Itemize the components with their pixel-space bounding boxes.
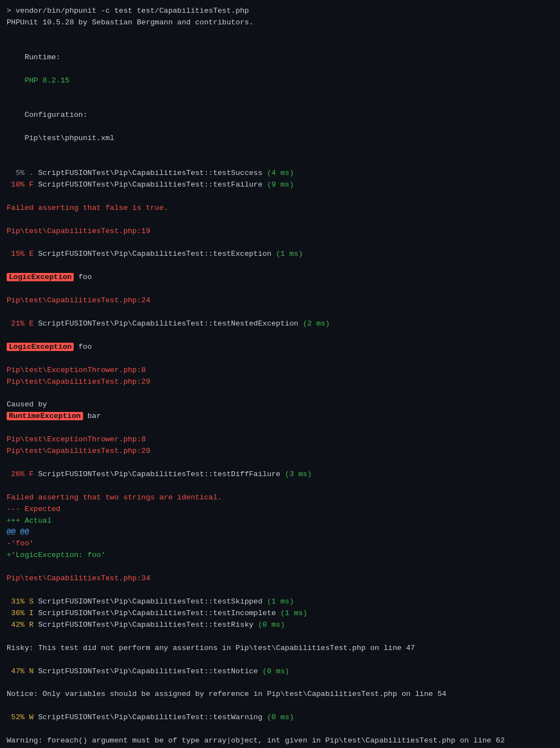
exception-message: foo: [74, 343, 91, 351]
file-reference: Pip\test\CapabilitiesTest.php:34: [7, 573, 553, 585]
output-line: [7, 353, 553, 365]
test-name: ScriptFUSIONTest\Pip\CapabilitiesTest::t…: [38, 470, 280, 478]
error-message: Failed asserting that two strings are id…: [7, 492, 553, 504]
test-name: ScriptFUSIONTest\Pip\CapabilitiesTest::t…: [38, 597, 263, 606]
output-line: [7, 283, 553, 295]
output-line: [7, 700, 553, 712]
test-time: (0 ms): [267, 713, 294, 721]
test-percent: 31% S: [7, 597, 34, 606]
runtime-label: Runtime:: [24, 53, 60, 61]
config-line: Configuration: Pip\test\phpunit.xml: [7, 98, 553, 156]
test-time: (4 ms): [267, 169, 294, 177]
test-name: ScriptFUSIONTest\Pip\CapabilitiesTest::t…: [38, 250, 271, 258]
output-line: 26% F ScriptFUSIONTest\Pip\CapabilitiesT…: [7, 469, 553, 481]
diff-minus: --- Expected: [7, 504, 553, 515]
exception-message: bar: [83, 412, 101, 420]
test-percent: 10% F: [7, 180, 34, 189]
test-time: (1 ms): [280, 609, 307, 617]
blank: [7, 29, 553, 40]
warning-message: Risky: This test did not perform any ass…: [7, 643, 553, 654]
output-lines: 5% . ScriptFUSIONTest\Pip\CapabilitiesTe…: [7, 156, 553, 748]
test-percent: 21% E: [7, 319, 34, 328]
phpunit-version: PHPUnit 10.5.28 by Sebastian Bergmann an…: [7, 17, 553, 29]
file-reference: Pip\test\ExceptionThrower.php:8: [7, 434, 553, 446]
runtime-line: Runtime: PHP 8.2.15: [7, 40, 553, 99]
output-line: [7, 388, 553, 399]
file-reference: Pip\test\CapabilitiesTest.php:29: [7, 376, 553, 388]
test-time: (9 ms): [267, 180, 294, 189]
terminal-output: > vendor/bin/phpunit -c test test/Capabi…: [7, 6, 553, 156]
command-line: > vendor/bin/phpunit -c test test/Capabi…: [7, 6, 553, 17]
diff-minus: -'foo': [7, 538, 553, 550]
runtime-spacer: [24, 65, 52, 73]
diff-plus: +'LogicException: foo': [7, 550, 553, 561]
output-line: [7, 457, 553, 469]
warning-message: Warning: foreach() argument must be of t…: [7, 735, 553, 747]
test-percent: 36% I: [7, 609, 34, 617]
output-line: 5% . ScriptFUSIONTest\Pip\CapabilitiesTe…: [7, 168, 553, 179]
test-percent: 26% F: [7, 470, 34, 478]
exception-message: foo: [74, 273, 91, 281]
runtime-value: PHP 8.2.15: [24, 76, 69, 85]
output-line: [7, 585, 553, 596]
output-line: 52% W ScriptFUSIONTest\Pip\CapabilitiesT…: [7, 712, 553, 724]
file-reference: Pip\test\CapabilitiesTest.php:24: [7, 295, 553, 307]
test-percent: 47% N: [7, 667, 34, 675]
test-time: (0 ms): [263, 667, 290, 675]
exception-line: LogicException foo: [7, 342, 553, 353]
test-name: ScriptFUSIONTest\Pip\CapabilitiesTest::t…: [38, 169, 263, 177]
output-line: [7, 260, 553, 272]
test-percent: 5% .: [7, 169, 34, 177]
output-line: [7, 654, 553, 666]
output-line: 47% N ScriptFUSIONTest\Pip\CapabilitiesT…: [7, 666, 553, 678]
output-line: [7, 214, 553, 226]
test-time: (0 ms): [258, 621, 285, 629]
diff-at: @@ @@: [7, 527, 553, 538]
exception-badge: LogicException: [7, 343, 74, 351]
test-time: (2 ms): [303, 319, 330, 328]
output-line: [7, 237, 553, 249]
test-time: (1 ms): [276, 250, 303, 258]
test-time: (1 ms): [267, 597, 294, 606]
output-line: 31% S ScriptFUSIONTest\Pip\CapabilitiesT…: [7, 596, 553, 608]
test-time: (3 ms): [285, 470, 312, 478]
output-line: [7, 330, 553, 342]
error-message: Failed asserting that false is true.: [7, 203, 553, 214]
output-line: 21% E ScriptFUSIONTest\Pip\CapabilitiesT…: [7, 318, 553, 330]
diff-plus: +++ Actual: [7, 515, 553, 527]
exception-badge: LogicException: [7, 273, 74, 281]
test-name: ScriptFUSIONTest\Pip\CapabilitiesTest::t…: [38, 180, 263, 189]
test-name: ScriptFUSIONTest\Pip\CapabilitiesTest::t…: [38, 713, 263, 721]
output-line: [7, 307, 553, 318]
test-percent: 15% E: [7, 250, 34, 258]
caused-by: Caused by: [7, 399, 553, 411]
exception-line: RuntimeException bar: [7, 411, 553, 422]
output-line: 10% F ScriptFUSIONTest\Pip\CapabilitiesT…: [7, 179, 553, 191]
config-value: Pip\test\phpunit.xml: [24, 134, 114, 142]
output-line: 42% R ScriptFUSIONTest\Pip\CapabilitiesT…: [7, 620, 553, 631]
exception-badge: RuntimeException: [7, 412, 83, 420]
test-percent: 42% R: [7, 621, 34, 629]
test-name: ScriptFUSIONTest\Pip\CapabilitiesTest::t…: [38, 609, 276, 617]
output-line: [7, 561, 553, 573]
output-line: [7, 631, 553, 643]
output-line: [7, 191, 553, 203]
config-spacer: [24, 122, 29, 131]
config-label: Configuration:: [24, 111, 87, 119]
output-line: [7, 481, 553, 492]
test-name: ScriptFUSIONTest\Pip\CapabilitiesTest::t…: [38, 667, 258, 675]
output-line: 36% I ScriptFUSIONTest\Pip\CapabilitiesT…: [7, 608, 553, 620]
warning-message: Notice: Only variables should be assigne…: [7, 689, 553, 700]
file-reference: Pip\test\CapabilitiesTest.php:29: [7, 446, 553, 457]
output-line: [7, 156, 553, 168]
file-reference: Pip\test\ExceptionThrower.php:8: [7, 365, 553, 376]
file-reference: Pip\test\CapabilitiesTest.php:19: [7, 226, 553, 238]
output-line: [7, 422, 553, 434]
test-name: ScriptFUSIONTest\Pip\CapabilitiesTest::t…: [38, 621, 254, 629]
test-name: ScriptFUSIONTest\Pip\CapabilitiesTest::t…: [38, 319, 299, 328]
output-line: [7, 724, 553, 735]
test-percent: 52% W: [7, 713, 34, 721]
output-line: 15% E ScriptFUSIONTest\Pip\CapabilitiesT…: [7, 249, 553, 260]
exception-line: LogicException foo: [7, 272, 553, 283]
output-line: [7, 677, 553, 689]
